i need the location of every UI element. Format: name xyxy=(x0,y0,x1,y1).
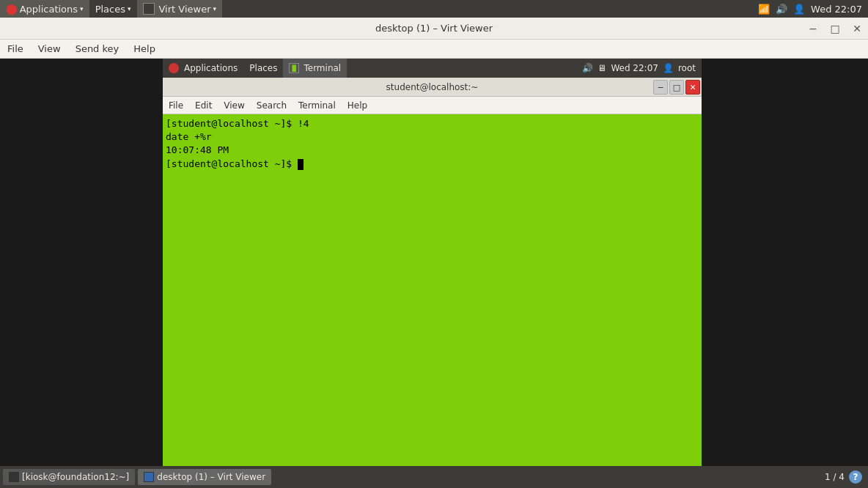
guest-terminal-menu-bar: File Edit View Search Terminal Help xyxy=(163,97,702,114)
guest-user-icon: 👤 xyxy=(663,63,674,73)
host-virt-icon xyxy=(144,472,154,482)
wifi-icon: 📶 xyxy=(758,4,770,15)
host-help-button[interactable]: ? xyxy=(849,470,862,484)
volume-icon: 🔊 xyxy=(776,4,787,15)
host-page-indicator: 1 / 4 xyxy=(825,472,845,482)
guest-top-bar-right: 🔊 🖥 Wed 22:07 👤 root xyxy=(582,59,696,78)
host-kiosk-icon xyxy=(9,472,19,482)
applications-label: Applications xyxy=(20,4,78,15)
vm-window: Applications Places ▉ Terminal 🔊 🖥 Wed 2… xyxy=(163,59,702,488)
maximize-button[interactable]: □ xyxy=(824,18,846,40)
guest-top-bar: Applications Places ▉ Terminal 🔊 🖥 Wed 2… xyxy=(163,59,702,78)
host-task-kiosk[interactable]: [kiosk@foundation12:~] xyxy=(3,469,135,485)
guest-applications-label: Applications xyxy=(184,63,238,73)
applications-menu[interactable]: ⬤ Applications ▾ xyxy=(0,0,89,18)
guest-term-view[interactable]: View xyxy=(218,97,250,114)
places-label: Places xyxy=(95,4,125,15)
terminal-line-3: 10:07:48 PM xyxy=(166,144,699,157)
system-bar-right: 📶 🔊 👤 Wed 22:07 xyxy=(758,0,862,18)
guest-term-edit[interactable]: Edit xyxy=(189,97,218,114)
guest-minimize-button[interactable]: − xyxy=(653,80,668,95)
virt-view-menu[interactable]: View xyxy=(31,40,68,59)
guest-user-label: root xyxy=(678,63,696,73)
places-menu[interactable]: Places ▾ xyxy=(89,0,137,18)
virt-viewer-menu[interactable]: Virt Viewer ▾ xyxy=(137,0,223,18)
guest-top-bar-left: Applications Places ▉ Terminal xyxy=(163,59,347,78)
guest-apps-icon xyxy=(169,63,179,73)
terminal-line-4: [student@localhost ~]$ xyxy=(166,158,699,171)
guest-term-help[interactable]: Help xyxy=(342,97,373,114)
guest-places-menu[interactable]: Places xyxy=(243,59,283,78)
virt-viewer-title: desktop (1) – Virt Viewer xyxy=(375,23,493,34)
places-arrow: ▾ xyxy=(128,5,131,12)
terminal-content[interactable]: [student@localhost ~]$ !4 date +%r 10:07… xyxy=(163,114,702,467)
terminal-line-2: date +%r xyxy=(166,130,699,144)
virt-sendkey-menu[interactable]: Send key xyxy=(68,40,127,59)
user-icon: 👤 xyxy=(793,4,805,15)
virt-viewer-label: Virt Viewer xyxy=(159,4,211,15)
guest-term-file[interactable]: File xyxy=(163,97,189,114)
virt-help-menu[interactable]: Help xyxy=(126,40,163,59)
virt-viewer-menu-bar: File View Send key Help xyxy=(0,40,868,59)
guest-win-controls: − □ ✕ xyxy=(653,78,700,97)
host-task-virt-viewer[interactable]: desktop (1) – Virt Viewer xyxy=(138,469,271,485)
system-bar-left: ⬤ Applications ▾ Places ▾ Virt Viewer ▾ xyxy=(0,0,222,18)
minimize-button[interactable]: − xyxy=(802,18,824,40)
host-taskbar-right: 1 / 4 ? xyxy=(825,470,862,484)
guest-applications-menu[interactable]: Applications xyxy=(163,59,243,78)
system-bar: ⬤ Applications ▾ Places ▾ Virt Viewer ▾ … xyxy=(0,0,868,18)
virt-window-controls: − □ ✕ xyxy=(802,18,868,40)
system-datetime: Wed 22:07 xyxy=(811,4,862,15)
guest-terminal-title: student@localhost:~ xyxy=(386,82,479,92)
guest-term-terminal[interactable]: Terminal xyxy=(293,97,342,114)
guest-network-icon: 🖥 xyxy=(597,63,606,73)
guest-volume-icon: 🔊 xyxy=(582,63,593,73)
host-kiosk-label: [kiosk@foundation12:~] xyxy=(22,472,129,482)
virt-file-menu[interactable]: File xyxy=(0,40,31,59)
terminal-line-1: [student@localhost ~]$ !4 xyxy=(166,117,699,130)
virt-viewer-title-bar: desktop (1) – Virt Viewer − □ ✕ xyxy=(0,18,868,40)
guest-term-search[interactable]: Search xyxy=(251,97,293,114)
close-button[interactable]: ✕ xyxy=(846,18,868,40)
main-content: Applications Places ▉ Terminal 🔊 🖥 Wed 2… xyxy=(0,59,868,467)
host-virt-label: desktop (1) – Virt Viewer xyxy=(157,472,265,482)
host-taskbar: [kiosk@foundation12:~] desktop (1) – Vir… xyxy=(0,466,868,488)
guest-places-label: Places xyxy=(249,63,277,73)
guest-terminal-menu[interactable]: ▉ Terminal xyxy=(283,59,347,78)
virt-viewer-arrow: ▾ xyxy=(213,5,217,12)
guest-restore-button[interactable]: □ xyxy=(669,80,684,95)
guest-title-bar: student@localhost:~ − □ ✕ xyxy=(163,78,702,97)
guest-datetime: Wed 22:07 xyxy=(611,63,658,73)
guest-close-button[interactable]: ✕ xyxy=(685,80,700,95)
applications-arrow: ▾ xyxy=(80,5,84,12)
guest-terminal-label: Terminal xyxy=(304,63,341,73)
terminal-cursor xyxy=(298,159,304,170)
